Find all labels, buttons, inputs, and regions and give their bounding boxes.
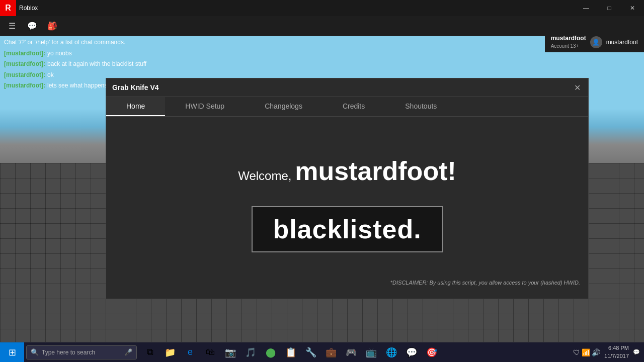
tab-shoutouts[interactable]: Shoutouts <box>385 97 457 116</box>
account-name: mustardfoot <box>551 34 586 43</box>
username-display: mustardfoot! <box>295 156 456 186</box>
chat-system-msg: Chat '/?' or '/help' for a list of chat … <box>4 37 125 48</box>
inventory-button[interactable]: 🎒 <box>44 18 60 34</box>
window-title: Roblox <box>19 5 38 12</box>
chat-text-2: back at it again with the blacklist stuf… <box>47 59 146 70</box>
shield-tray-icon: 🛡 <box>573 348 580 356</box>
dialog-close-button[interactable]: ✕ <box>572 82 582 93</box>
tab-changelogs[interactable]: Changelogs <box>245 97 323 116</box>
close-button[interactable]: ✕ <box>621 0 644 16</box>
account-name-block: mustardfoot Account 13+ <box>551 34 586 50</box>
search-icon: 🔍 <box>31 348 39 356</box>
minimize-button[interactable]: — <box>575 0 598 16</box>
titlebar: R Roblox — □ ✕ <box>0 0 644 16</box>
chrome-icon[interactable]: ⬤ <box>262 343 280 361</box>
roblox-logo-icon: R <box>0 0 16 16</box>
chat-message-1: [mustardfoot]: yo noobs <box>4 48 154 59</box>
dialog: Grab Knife V4 ✕ Home HWID Setup Changelo… <box>106 78 589 299</box>
dialog-title: Grab Knife V4 <box>112 83 159 92</box>
edge-icon[interactable]: e <box>181 343 199 361</box>
welcome-prefix: Welcome, <box>238 169 291 183</box>
chat-user-3: [mustardfoot]: <box>4 70 45 81</box>
app8-icon[interactable]: 📋 <box>282 343 300 361</box>
store-icon[interactable]: 🛍 <box>201 343 219 361</box>
chat-user-1: [mustardfoot]: <box>4 48 45 59</box>
tab-home[interactable]: Home <box>106 97 165 116</box>
volume-tray-icon: 🔊 <box>592 348 600 356</box>
system-tray: 🛡 📶 🔊 6:48 PM 11/7/2017 💬 <box>573 344 644 360</box>
taskbar-icons: ⧉ 📁 e 🛍 📷 🎵 ⬤ 📋 🔧 💼 🎮 📺 🌐 💬 🎯 <box>141 343 441 361</box>
app6-icon[interactable]: 🎵 <box>242 343 260 361</box>
clock-date: 11/7/2017 <box>604 352 629 360</box>
menu-button[interactable]: ☰ <box>4 18 20 34</box>
chat-user-4: [mustardfoot]: <box>4 80 45 92</box>
window-controls: — □ ✕ <box>575 0 644 16</box>
status-box: blacklisted. <box>252 206 442 252</box>
app9-icon[interactable]: 🔧 <box>302 343 320 361</box>
app5-icon[interactable]: 📷 <box>221 343 239 361</box>
chat-system: Chat '/?' or '/help' for a list of chat … <box>4 37 154 48</box>
app15-icon[interactable]: 🎯 <box>423 343 441 361</box>
welcome-text: Welcome, mustardfoot! <box>238 156 456 186</box>
account-name-label: mustardfoot <box>606 39 638 46</box>
tray-icons: 🛡 📶 🔊 <box>573 348 600 356</box>
chat-text-3: ok <box>47 70 54 81</box>
disclaimer-text: *DISCLAIMER: By using this script, you a… <box>390 280 580 286</box>
tab-bar: Home HWID Setup Changelogs Credits Shout… <box>106 97 588 117</box>
app12-icon[interactable]: 📺 <box>362 343 380 361</box>
avatar: 👤 <box>590 36 602 48</box>
account-info: mustardfoot Account 13+ 👤 mustardfoot <box>545 32 644 52</box>
dialog-titlebar: Grab Knife V4 ✕ <box>106 78 588 97</box>
chat-user-2: [mustardfoot]: <box>4 59 45 70</box>
taskview-button[interactable]: ⧉ <box>141 343 159 361</box>
search-placeholder: Type here to search <box>42 349 95 356</box>
app13-icon[interactable]: 🌐 <box>382 343 400 361</box>
chat-button[interactable]: 💬 <box>24 18 40 34</box>
dialog-body: Welcome, mustardfoot! blacklisted. *DISC… <box>106 117 588 292</box>
roblox-toolbar: ☰ 💬 🎒 mustardfoot Account 13+ 👤 mustardf… <box>0 16 644 36</box>
notification-icon[interactable]: 💬 <box>633 349 640 355</box>
app14-icon[interactable]: 💬 <box>403 343 421 361</box>
account-tier: Account 13+ <box>551 43 586 50</box>
status-text: blacklisted. <box>273 215 421 244</box>
search-bar[interactable]: 🔍 Type here to search 🎤 <box>26 345 137 359</box>
microphone-icon: 🎤 <box>124 348 132 356</box>
taskbar: ⊞ 🔍 Type here to search 🎤 ⧉ 📁 e 🛍 📷 🎵 ⬤ … <box>0 342 644 362</box>
tab-credits[interactable]: Credits <box>323 97 385 116</box>
app11-icon[interactable]: 🎮 <box>342 343 360 361</box>
start-button[interactable]: ⊞ <box>0 342 24 362</box>
network-tray-icon: 📶 <box>582 348 590 356</box>
clock[interactable]: 6:48 PM 11/7/2017 <box>604 344 629 360</box>
app10-icon[interactable]: 💼 <box>322 343 340 361</box>
tab-hwid-setup[interactable]: HWID Setup <box>165 97 245 116</box>
clock-time: 6:48 PM <box>604 344 629 352</box>
chat-text-1: yo noobs <box>47 48 72 59</box>
chat-message-2: [mustardfoot]: back at it again with the… <box>4 59 154 70</box>
explorer-icon[interactable]: 📁 <box>161 343 179 361</box>
maximize-button[interactable]: □ <box>598 0 621 16</box>
